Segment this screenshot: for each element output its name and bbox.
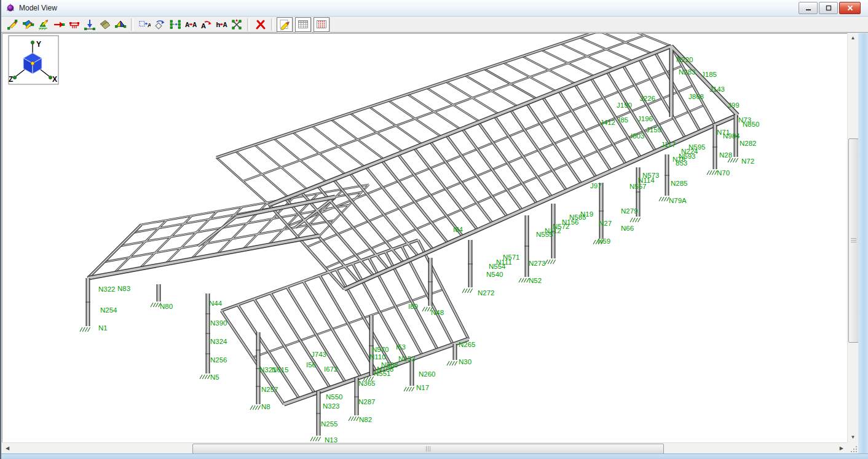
node-label: N52: [529, 277, 542, 284]
node-label: N257: [261, 386, 278, 393]
node-label: N27: [599, 220, 612, 227]
minimize-icon: [805, 6, 811, 11]
edit-box-icon: [278, 18, 291, 31]
grid-box-icon: [297, 18, 309, 31]
restore-icon: [826, 5, 832, 11]
node-label: N365: [358, 380, 376, 387]
vertical-scroll-thumb[interactable]: [848, 138, 859, 343]
y-axis-tip: [31, 41, 34, 44]
close-button[interactable]: [839, 2, 861, 14]
svg-text:h: h: [216, 21, 220, 28]
nodal-load-button[interactable]: [82, 17, 97, 31]
horizontal-scrollbar[interactable]: ◀ ▶: [2, 442, 847, 453]
node-label: N66: [621, 225, 634, 232]
distributed-load-icon: [68, 18, 81, 31]
a-to-a-icon: AA: [184, 18, 197, 31]
node-label: J190: [617, 102, 632, 109]
generate-plates-icon: [99, 18, 111, 31]
edit-spreadsheet-button[interactable]: [277, 17, 293, 32]
frame-members: [88, 33, 738, 436]
minimize-button[interactable]: [799, 2, 818, 14]
selection-grid-button[interactable]: [314, 17, 329, 32]
restore-button[interactable]: [819, 2, 838, 14]
model-view-icon: [6, 3, 15, 13]
node-label: N28: [719, 151, 732, 159]
split-x-icon: [231, 18, 243, 31]
node-label: N287: [358, 398, 376, 405]
label-nodes-button[interactable]: A: [136, 17, 152, 31]
node-label: J868: [688, 93, 704, 100]
scroll-left-arrow[interactable]: ◀: [6, 446, 9, 451]
toolbar-separator: [271, 18, 274, 31]
node-label: J185: [701, 71, 717, 78]
view-spreadsheet-button[interactable]: [295, 17, 311, 32]
node-label: N30: [459, 358, 471, 365]
node-label: N615: [272, 366, 289, 373]
svg-text:A: A: [192, 22, 197, 28]
node-label: J226: [640, 95, 655, 102]
node-label: N254: [100, 306, 117, 314]
node-label: N550: [326, 393, 343, 401]
node-label: N540: [486, 271, 503, 278]
box-to-a-icon: A: [138, 18, 151, 31]
h-to-a-icon: hA: [215, 18, 227, 31]
node-label: J143: [709, 86, 725, 93]
nodal-load-icon: [84, 18, 96, 31]
generate-plates-button[interactable]: [97, 17, 112, 31]
horizontal-scroll-thumb[interactable]: [192, 444, 664, 454]
toolbar: AAAAhA: [1, 17, 868, 33]
a-rotate-icon: A: [200, 18, 212, 31]
rotate-copy-icon: [154, 18, 166, 31]
rotate-labels-button[interactable]: A: [198, 17, 213, 31]
draw-plates-button[interactable]: [20, 17, 36, 31]
node-label: J743: [311, 351, 326, 358]
draw-plates-icon: [22, 18, 34, 31]
z-axis-tip: [13, 76, 16, 79]
node-label: N850: [743, 121, 760, 128]
node-label: I84: [453, 226, 464, 233]
point-load-button[interactable]: [51, 17, 66, 31]
rotate-copy-button[interactable]: [152, 17, 167, 31]
draw-members-icon: [7, 18, 19, 31]
node-label: N279: [621, 207, 638, 215]
scale-labels-button[interactable]: hA: [213, 17, 229, 31]
node-label: N265: [459, 341, 476, 348]
node-label: N323: [323, 402, 340, 410]
node-label: N390: [210, 319, 227, 327]
node-label: N1: [98, 324, 108, 332]
draw-wall-button[interactable]: [112, 17, 128, 31]
relabel-members-button[interactable]: AA: [183, 17, 198, 31]
red-grid-box-icon: [315, 18, 328, 31]
node-label: J97: [590, 182, 602, 190]
scroll-right-arrow[interactable]: ▶: [840, 446, 843, 451]
node-label: N554: [489, 263, 506, 270]
axis-indicator: Y Z X: [9, 36, 58, 84]
node-label: N557: [629, 183, 647, 190]
resize-grip-icon: [850, 445, 858, 453]
resize-grip[interactable]: [847, 442, 858, 453]
delete-items-button[interactable]: [253, 17, 268, 31]
node-label: I53: [396, 343, 406, 351]
split-members-button[interactable]: [229, 17, 244, 31]
node-label: J159: [646, 126, 661, 134]
node-label: N110: [369, 353, 386, 361]
scroll-down-arrow[interactable]: ▼: [848, 435, 858, 440]
node-label: I89: [408, 303, 418, 310]
svg-text:A: A: [148, 22, 151, 28]
svg-text:A: A: [201, 22, 206, 30]
title-bar: Model View: [1, 0, 868, 17]
toolbar-separator: [131, 18, 133, 31]
model-canvas[interactable]: N220N283J185J143J868J99J226J190J196I85J4…: [2, 33, 847, 442]
draw-boundary-button[interactable]: [36, 17, 51, 31]
node-label: N256: [210, 356, 227, 364]
node-label: N70: [717, 169, 730, 177]
distributed-load-button[interactable]: [66, 17, 82, 31]
scroll-up-arrow[interactable]: ▲: [848, 36, 858, 41]
align-nodes-button[interactable]: [167, 17, 183, 31]
window-right-frame: [858, 33, 868, 453]
draw-members-button[interactable]: [5, 17, 20, 31]
node-label: N322: [98, 285, 116, 293]
node-label: N59: [598, 237, 610, 245]
vertical-scrollbar[interactable]: ▲ ▼: [847, 33, 858, 442]
x-axis-tip: [49, 76, 52, 79]
